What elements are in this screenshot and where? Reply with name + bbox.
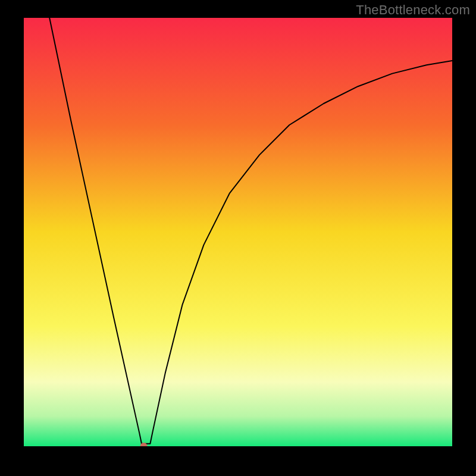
gradient-background [24, 18, 452, 446]
plot-area [24, 18, 452, 446]
watermark-text: TheBottleneck.com [356, 2, 470, 18]
chart-svg [24, 18, 452, 446]
chart-container: TheBottleneck.com [0, 0, 476, 476]
